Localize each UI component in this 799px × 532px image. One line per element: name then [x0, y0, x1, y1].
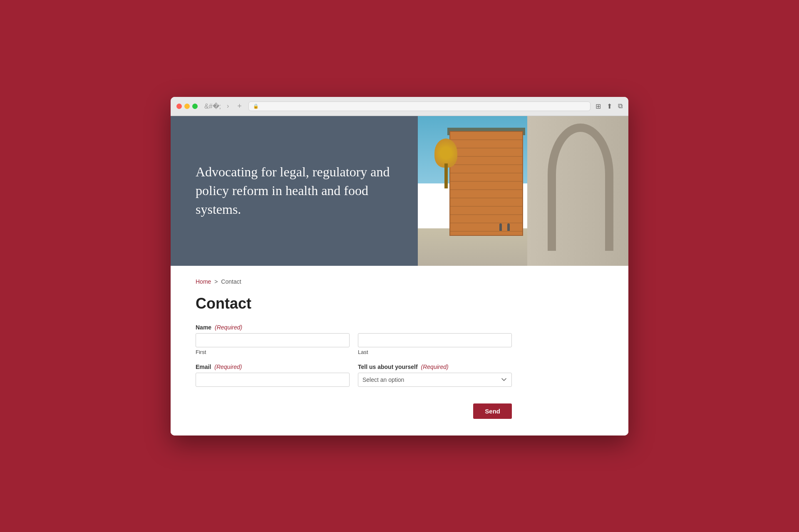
tell-us-select[interactable]: Select an option Student Faculty/Researc… — [358, 373, 512, 387]
people-figures — [498, 223, 511, 233]
hero-text-panel: Advocating for legal, regulatory and pol… — [171, 116, 418, 266]
tell-us-field-group: Tell us about yourself (Required) Select… — [358, 364, 512, 387]
building-scene — [418, 116, 628, 266]
person-2 — [507, 223, 510, 231]
new-tab-button[interactable]: + — [236, 101, 243, 111]
traffic-lights — [176, 104, 198, 109]
tree-trunk — [444, 163, 448, 188]
breadcrumb-home-link[interactable]: Home — [196, 278, 211, 285]
name-label: Name (Required) — [196, 324, 512, 331]
back-button[interactable]: &#�; — [203, 101, 223, 111]
traffic-light-red[interactable] — [176, 104, 182, 109]
nav-buttons: &#�; › — [203, 101, 231, 111]
email-required-indicator: (Required) — [214, 364, 242, 370]
contact-form[interactable]: Name (Required) First Last — [196, 324, 512, 419]
page-title: Contact — [196, 295, 603, 312]
last-name-label: Last — [358, 349, 512, 355]
tabs-button[interactable]: ⧉ — [618, 102, 623, 110]
building-main — [449, 131, 523, 236]
first-name-label: First — [196, 349, 350, 355]
name-field-container: Name (Required) First Last — [196, 324, 512, 355]
address-bar[interactable]: 🔒 — [248, 101, 591, 111]
traffic-light-green[interactable] — [192, 104, 198, 109]
send-button[interactable]: Send — [473, 403, 512, 419]
lock-icon: 🔒 — [253, 104, 259, 109]
person-1 — [499, 223, 502, 231]
breadcrumb-separator: > — [214, 278, 218, 285]
tell-us-required-indicator: (Required) — [421, 364, 449, 370]
first-name-input[interactable] — [196, 333, 350, 347]
browser-chrome: &#�; › + 🔒 ⊞ ⬆ ⧉ — [171, 97, 628, 116]
email-input[interactable] — [196, 373, 350, 387]
share-button[interactable]: ⬆ — [607, 102, 612, 110]
page-content: Advocating for legal, regulatory and pol… — [171, 116, 628, 435]
reader-view-button[interactable]: ⊞ — [596, 102, 601, 110]
form-section: Home > Contact Contact Name (Required) — [171, 266, 628, 435]
last-name-input[interactable] — [358, 333, 512, 347]
browser-window: &#�; › + 🔒 ⊞ ⬆ ⧉ Advocating for legal, r… — [171, 97, 628, 435]
tree-decoration — [434, 139, 457, 188]
breadcrumb: Home > Contact — [196, 278, 603, 285]
email-tell-us-row: Email (Required) Tell us about yourself … — [196, 364, 512, 395]
arch-shape — [548, 124, 613, 251]
tell-us-label: Tell us about yourself (Required) — [358, 364, 512, 370]
hero-heading: Advocating for legal, regulatory and pol… — [196, 163, 393, 218]
browser-actions: ⊞ ⬆ ⧉ — [596, 102, 623, 110]
name-row — [196, 333, 512, 347]
name-required-indicator: (Required) — [215, 324, 242, 331]
hero-image-panel — [418, 116, 628, 266]
traffic-light-yellow[interactable] — [184, 104, 190, 109]
email-label: Email (Required) — [196, 364, 350, 370]
arch-section — [527, 116, 628, 266]
breadcrumb-current: Contact — [221, 278, 241, 285]
hero-section: Advocating for legal, regulatory and pol… — [171, 116, 628, 266]
name-sublabels: First Last — [196, 349, 512, 355]
email-field-group: Email (Required) — [196, 364, 350, 387]
forward-button[interactable]: › — [225, 101, 231, 111]
form-actions: Send — [196, 403, 512, 419]
